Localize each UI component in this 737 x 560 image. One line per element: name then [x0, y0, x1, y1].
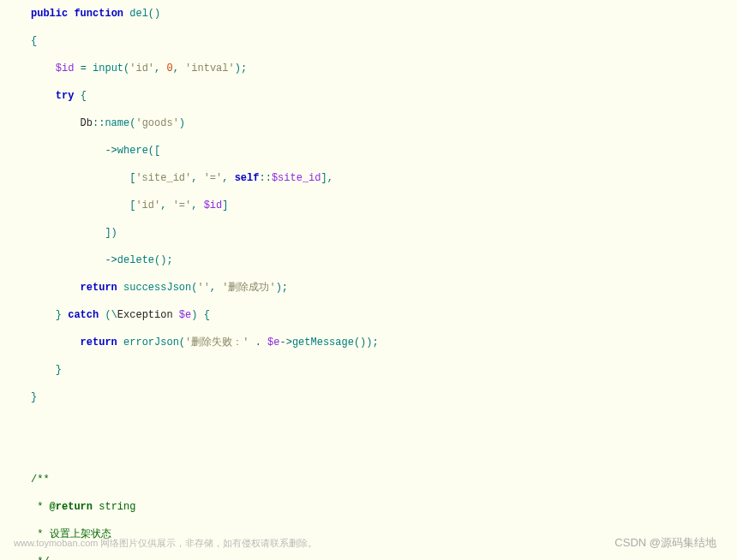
- code-block: public function del() { $id = input('id'…: [0, 7, 737, 560]
- code-line: } catch (\Exception $e) {: [0, 308, 737, 322]
- code-line: return errorJson('删除失败：' . $e->getMessag…: [0, 336, 737, 349]
- code-line: /**: [0, 473, 737, 486]
- code-line: }: [0, 390, 737, 404]
- watermark-right: CSDN @源码集结地: [614, 536, 716, 550]
- code-line: public function del(): [0, 7, 737, 21]
- code-line: * @return string: [0, 500, 737, 514]
- code-line: }: [0, 363, 737, 377]
- watermark-left: www.toymoban.com 网络图片仅供展示，非存储，如有侵权请联系删除。: [14, 536, 317, 550]
- code-line: return successJson('', '删除成功');: [0, 281, 737, 295]
- code-line: $id = input('id', 0, 'intval');: [0, 62, 737, 75]
- code-line: ]): [0, 226, 737, 240]
- code-line: ->delete();: [0, 253, 737, 267]
- code-line: Db::name('goods'): [0, 116, 737, 130]
- code-line: ['id', '=', $id]: [0, 199, 737, 212]
- code-line: */: [0, 555, 737, 560]
- code-line: ->where([: [0, 144, 737, 158]
- code-line: {: [0, 34, 737, 48]
- code-line: [0, 445, 737, 459]
- code-line: [0, 418, 737, 432]
- code-line: ['site_id', '=', self::$site_id],: [0, 171, 737, 185]
- code-line: try {: [0, 89, 737, 103]
